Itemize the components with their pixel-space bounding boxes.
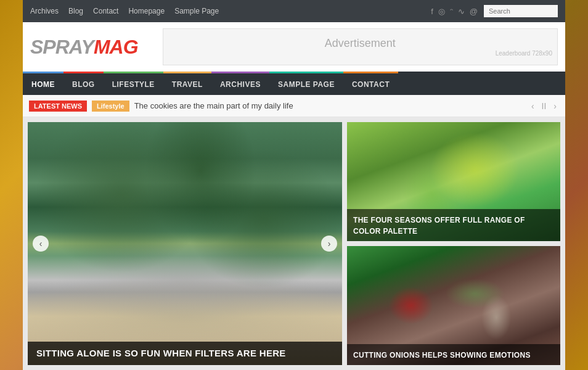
- nav-home[interactable]: HOME: [23, 72, 63, 95]
- news-next-btn[interactable]: ›: [551, 100, 559, 112]
- featured-next-button[interactable]: ›: [321, 236, 337, 252]
- news-headline: The cookies are the main part of my dail…: [134, 101, 524, 110]
- latest-news-badge: LATEST NEWS: [29, 101, 87, 112]
- main-wrapper: Archives Blog Contact Homepage Sample Pa…: [23, 0, 565, 370]
- featured-main-image: [28, 122, 342, 365]
- side-article-1-caption-text: THE FOUR SEASONS OFFER FULL RANGE OF COL…: [353, 216, 525, 236]
- search-input[interactable]: [484, 5, 558, 17]
- nav-archives[interactable]: ARCHIVES: [211, 72, 269, 95]
- side-article-1-caption: THE FOUR SEASONS OFFER FULL RANGE OF COL…: [347, 209, 560, 241]
- top-nav-right: f ◎ ᵔ ∿ @: [431, 5, 558, 17]
- main-nav: HOME BLOG LIFESTYLE TRAVEL ARCHIVES SAMP…: [23, 72, 565, 95]
- news-controls: ‹ II ›: [529, 100, 559, 112]
- top-nav-links: Archives Blog Contact Homepage Sample Pa…: [30, 7, 219, 15]
- featured-caption: SITTING ALONE IS SO FUN WHEN FILTERS ARE…: [28, 342, 342, 365]
- nav-travel[interactable]: TRAVEL: [163, 72, 211, 95]
- nav-lifestyle[interactable]: LIFESTYLE: [104, 72, 163, 95]
- featured-main[interactable]: ‹ › SITTING ALONE IS SO FUN WHEN FILTERS…: [28, 122, 342, 365]
- rss-icon[interactable]: ∿: [458, 7, 465, 16]
- top-nav-blog[interactable]: Blog: [68, 7, 83, 15]
- twitter-icon[interactable]: ᵔ: [450, 7, 453, 16]
- top-nav-sample-page[interactable]: Sample Page: [174, 7, 219, 15]
- pinterest-icon[interactable]: ◎: [438, 7, 445, 16]
- featured-caption-text: SITTING ALONE IS SO FUN WHEN FILTERS ARE…: [36, 348, 286, 358]
- site-logo[interactable]: SPRAYMAG: [30, 36, 138, 59]
- featured-prev-button[interactable]: ‹: [33, 236, 49, 252]
- side-article-2[interactable]: CUTTING ONIONS HELPS SHOWING EMOTIONS: [347, 246, 560, 365]
- side-article-2-caption: CUTTING ONIONS HELPS SHOWING EMOTIONS: [347, 344, 560, 365]
- top-nav: Archives Blog Contact Homepage Sample Pa…: [23, 0, 565, 22]
- content-area: ‹ › SITTING ALONE IS SO FUN WHEN FILTERS…: [23, 117, 565, 370]
- facebook-icon[interactable]: f: [431, 7, 433, 16]
- side-articles: THE FOUR SEASONS OFFER FULL RANGE OF COL…: [347, 122, 560, 365]
- latest-news-bar: LATEST NEWS Lifestyle The cookies are th…: [23, 95, 565, 117]
- category-badge: Lifestyle: [92, 101, 129, 112]
- logo-mag: MAG: [94, 36, 138, 58]
- logo-spray: SPRAY: [30, 36, 94, 58]
- header-area: SPRAYMAG Advertisement Leaderboard 728x9…: [23, 22, 565, 72]
- nav-sample-page[interactable]: SAMPLE PAGE: [269, 72, 343, 95]
- nav-contact[interactable]: CONTACT: [343, 72, 398, 95]
- nav-blog[interactable]: BLOG: [63, 72, 104, 95]
- news-prev-btn[interactable]: ‹: [529, 100, 537, 112]
- top-nav-archives[interactable]: Archives: [30, 7, 59, 15]
- email-icon[interactable]: @: [470, 7, 478, 16]
- side-article-2-caption-text: CUTTING ONIONS HELPS SHOWING EMOTIONS: [353, 351, 531, 360]
- ad-sub-label: Leaderboard 728x90: [163, 50, 557, 57]
- ad-label: Advertisement: [325, 37, 396, 50]
- top-nav-homepage[interactable]: Homepage: [128, 7, 165, 15]
- ad-banner: Advertisement Leaderboard 728x90: [163, 28, 558, 65]
- side-article-1[interactable]: THE FOUR SEASONS OFFER FULL RANGE OF COL…: [347, 122, 560, 241]
- top-nav-contact[interactable]: Contact: [93, 7, 118, 15]
- social-icons: f ◎ ᵔ ∿ @: [431, 7, 478, 16]
- news-pause-btn[interactable]: II: [539, 100, 549, 112]
